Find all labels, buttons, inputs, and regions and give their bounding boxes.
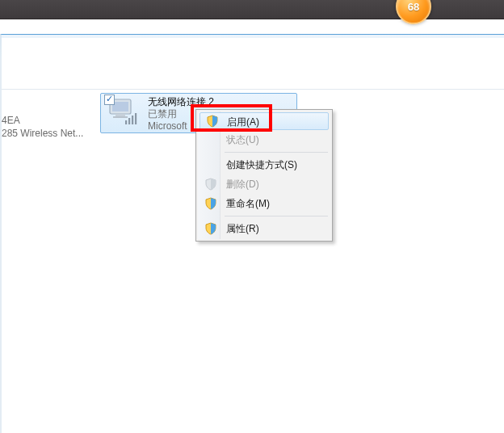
menu-label: 删除(D) (226, 179, 259, 190)
adjacent-tile-text: 4EA 285 Wireless Net... (2, 114, 83, 140)
shield-icon (204, 197, 217, 210)
context-menu: 启用(A) 状态(U) 创建快捷方式(S) 删除(D) (195, 109, 333, 242)
svg-rect-1 (112, 102, 128, 111)
menu-item-rename[interactable]: 重命名(M) (199, 194, 330, 213)
shield-icon (204, 222, 217, 235)
toolbar-area (2, 38, 504, 90)
menu-item-delete: 删除(D) (199, 174, 330, 194)
menu-item-create-shortcut[interactable]: 创建快捷方式(S) (199, 155, 330, 174)
shield-icon (204, 178, 217, 191)
menu-item-properties[interactable]: 属性(R) (199, 219, 330, 238)
svg-rect-4 (125, 120, 127, 124)
menu-label: 启用(A) (227, 116, 259, 128)
menu-item-enable[interactable]: 启用(A) (200, 112, 329, 130)
text-line: 4EA (2, 114, 83, 127)
menu-separator (225, 152, 328, 153)
svg-rect-5 (128, 118, 130, 124)
svg-rect-6 (132, 116, 133, 124)
content-area: 4EA 285 Wireless Net... (2, 90, 504, 433)
menu-label: 创建快捷方式(S) (226, 159, 297, 170)
title-bar: 68 (0, 0, 504, 19)
window-frame: 4EA 285 Wireless Net... (0, 34, 504, 433)
checkbox-icon (104, 95, 115, 105)
badge-count: 68 (408, 1, 419, 13)
svg-rect-7 (135, 113, 136, 124)
menu-separator (225, 216, 328, 216)
menu-inner: 启用(A) 状态(U) 创建快捷方式(S) 删除(D) (198, 111, 330, 239)
menu-item-status: 状态(U) (199, 130, 330, 149)
svg-rect-3 (113, 116, 128, 118)
menu-label: 重命名(M) (226, 198, 270, 209)
shield-icon (206, 115, 219, 128)
tile-icon-wrap (106, 96, 143, 130)
menu-label: 属性(R) (226, 223, 259, 234)
notification-badge[interactable]: 68 (396, 0, 431, 24)
text-line: 285 Wireless Net... (2, 127, 83, 140)
adapter-name: 无线网络连接 2 (148, 96, 214, 108)
svg-rect-2 (116, 114, 125, 116)
menu-label: 状态(U) (226, 134, 259, 145)
